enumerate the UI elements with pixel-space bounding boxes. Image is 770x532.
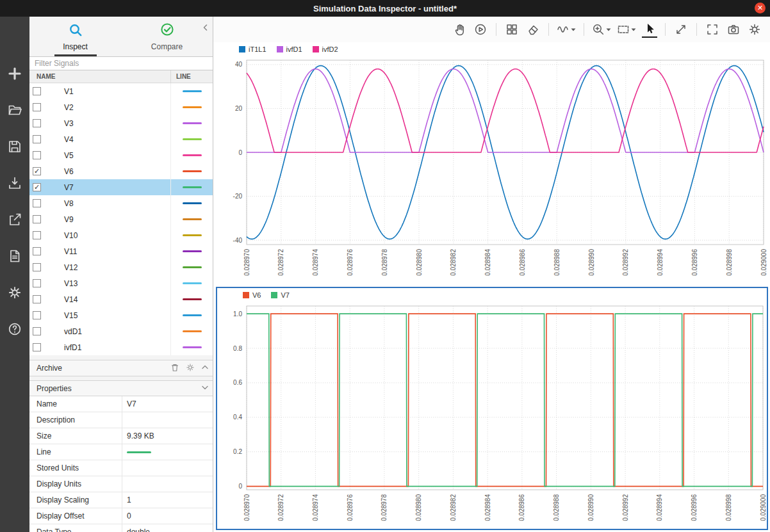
subplot-1[interactable]: iT1L1ivfD1ivfD2 0.0289700.0289720.028974…	[213, 42, 770, 286]
subplot-layout-icon[interactable]	[504, 21, 520, 38]
toolbar-separator	[548, 23, 549, 36]
signal-checkbox[interactable]	[33, 311, 41, 319]
pan-hand-icon[interactable]	[452, 21, 467, 38]
signal-checkbox[interactable]	[33, 343, 41, 351]
signal-row-V1[interactable]: V1	[29, 83, 213, 99]
signal-row-V5[interactable]: V5	[29, 147, 213, 163]
tab-compare[interactable]: Compare	[121, 17, 213, 56]
legend-item-V7[interactable]: V7	[271, 291, 289, 299]
series-V7[interactable]	[247, 314, 763, 486]
signal-row-vdD1[interactable]: vdD1	[29, 323, 213, 339]
signal-checkbox[interactable]	[33, 279, 41, 287]
export-icon[interactable]	[6, 211, 23, 228]
x-tick-label: 0.028996	[691, 494, 698, 521]
property-value: double	[122, 524, 213, 532]
expand-icon[interactable]	[673, 21, 689, 38]
snapshot-camera-icon[interactable]	[726, 21, 741, 38]
signal-checkbox[interactable]	[33, 327, 41, 335]
x-tick-label: 0.028970	[243, 494, 250, 521]
signal-row-V13[interactable]: V13	[29, 275, 213, 291]
signal-row-V14[interactable]: V14	[29, 291, 213, 307]
zoom-icon[interactable]	[592, 21, 611, 38]
chevron-up-icon[interactable]	[201, 364, 209, 373]
open-folder-icon[interactable]	[6, 102, 23, 118]
series-ivfD2[interactable]	[247, 69, 764, 152]
signal-row-V12[interactable]: V12	[29, 259, 213, 275]
property-label: Name	[29, 399, 122, 408]
signal-row-V15[interactable]: V15	[29, 307, 213, 323]
properties-table: NameV7DescriptionSize9.39 KBLineStored U…	[29, 396, 213, 532]
signal-checkbox[interactable]	[33, 263, 41, 271]
legend-swatch	[243, 292, 249, 298]
legend-item-iT1L1[interactable]: iT1L1	[239, 45, 266, 53]
signal-row-V11[interactable]: V11	[29, 243, 213, 259]
signal-line-swatch	[170, 259, 213, 275]
legend-item-ivfD2[interactable]: ivfD2	[313, 45, 338, 53]
y-tick-label: 1.0	[233, 310, 242, 318]
app-body: Inspect Compare NAME LINE V1V2V3V4V5✓V6✓…	[0, 17, 770, 532]
signal-checkbox[interactable]	[33, 87, 41, 95]
signal-row-V10[interactable]: V10	[29, 227, 213, 243]
properties-section-bar[interactable]: Properties	[29, 380, 213, 396]
archive-gear-icon[interactable]	[186, 363, 195, 374]
tab-inspect[interactable]: Inspect	[29, 17, 121, 56]
signal-name: V13	[64, 279, 170, 288]
signal-checkbox[interactable]	[33, 295, 41, 303]
series-ivfD1[interactable]	[247, 69, 764, 152]
signal-checkbox[interactable]	[33, 119, 41, 127]
collapse-sidebar-icon[interactable]	[202, 22, 209, 34]
cursor-arrow-icon[interactable]	[642, 21, 657, 38]
signal-row-V2[interactable]: V2	[29, 99, 213, 115]
y-tick-label: 0	[238, 483, 242, 490]
signal-checkbox[interactable]	[33, 215, 41, 223]
archive-label: Archive	[37, 364, 62, 373]
import-icon[interactable]	[6, 175, 23, 191]
trash-icon[interactable]	[170, 363, 179, 374]
x-tick-label: 0.028982	[450, 249, 457, 276]
tab-compare-label: Compare	[151, 42, 183, 51]
legend-item-ivfD1[interactable]: ivfD1	[277, 45, 302, 53]
toolbar-separator	[665, 23, 666, 36]
series-V6[interactable]	[247, 314, 763, 486]
close-icon[interactable]: ✕	[755, 3, 766, 13]
property-label: Line	[29, 447, 122, 456]
fit-to-view-icon[interactable]	[705, 21, 720, 38]
clear-plot-eraser-icon[interactable]	[525, 21, 541, 38]
signal-checkbox[interactable]	[33, 103, 41, 111]
signal-row-V4[interactable]: V4	[29, 131, 213, 147]
signal-row-V3[interactable]: V3	[29, 115, 213, 131]
signal-checkbox[interactable]	[33, 247, 41, 255]
signal-line-swatch	[170, 307, 213, 323]
signal-checkbox[interactable]: ✓	[33, 183, 41, 191]
help-icon[interactable]	[6, 321, 23, 337]
save-icon[interactable]	[6, 138, 23, 155]
chevron-down-icon[interactable]	[201, 384, 209, 393]
x-tick-label: 0.028978	[381, 249, 388, 276]
property-row-display-scaling: Display Scaling1	[29, 492, 213, 508]
signal-checkbox[interactable]	[33, 151, 41, 159]
replay-icon[interactable]	[473, 21, 488, 38]
archive-section-bar[interactable]: Archive	[29, 360, 213, 376]
settings-gear-icon[interactable]	[747, 21, 762, 38]
signal-row-ivfD1[interactable]: ivfD1	[29, 339, 213, 355]
y-tick-label: 0.4	[233, 414, 242, 421]
legend-item-V6[interactable]: V6	[243, 291, 261, 299]
signal-row-V6[interactable]: ✓V6	[29, 163, 213, 179]
subplot-2-selected[interactable]: V6V7 0.0289700.0289720.0289740.0289760.0…	[216, 287, 768, 530]
preferences-gear-icon[interactable]	[6, 284, 23, 301]
filter-signals-input[interactable]	[29, 56, 213, 70]
signal-checkbox[interactable]	[33, 135, 41, 143]
signal-checkbox[interactable]	[33, 231, 41, 239]
window-title: Simulation Data Inspector - untitled*	[313, 4, 457, 13]
signal-row-V7[interactable]: ✓V7	[29, 179, 213, 195]
x-tick-label: 0.028976	[347, 494, 354, 521]
signal-trace-icon[interactable]	[557, 21, 576, 38]
create-report-icon[interactable]	[6, 248, 23, 264]
signal-row-V8[interactable]: V8	[29, 195, 213, 211]
region-select-icon[interactable]	[617, 21, 636, 38]
add-icon[interactable]	[6, 65, 23, 82]
signal-checkbox[interactable]	[33, 199, 41, 207]
signal-row-V9[interactable]: V9	[29, 211, 213, 227]
property-label: Display Scaling	[29, 496, 122, 504]
signal-checkbox[interactable]: ✓	[33, 167, 41, 175]
